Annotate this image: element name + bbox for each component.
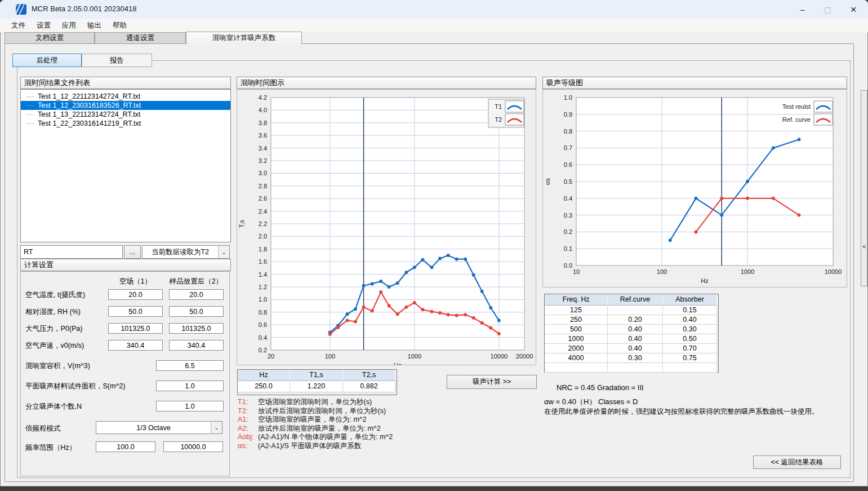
definition-line: αs:(A2-A1)/S 平面吸声体的吸声系数 <box>238 442 393 451</box>
svg-text:2.8: 2.8 <box>259 183 267 189</box>
menu-output[interactable]: 输出 <box>82 20 107 32</box>
tab-channel-settings[interactable]: 通道设置 <box>95 32 186 43</box>
subtab-report[interactable]: 报告 <box>82 54 152 67</box>
field-label-sound-speed: 空气声速，v0(m/s) <box>25 341 84 351</box>
table-row[interactable]: 1000 0.40 0.50 <box>545 334 718 344</box>
rt-chart-panel-header: 混响时间图示 <box>237 77 536 89</box>
definition-line: Aobj:(A2-A1)/N 单个物体的吸声量，单位为: m^2 <box>238 433 393 442</box>
definition-text: 空场混响室的吸声量，单位为: m^2 <box>258 415 367 423</box>
file-name: Test 1_12_230316183526_RT.txt <box>38 101 141 110</box>
cell-abs: 0.15 <box>663 306 717 315</box>
cell-freq: 500 <box>545 325 608 334</box>
freq-min-input[interactable]: 100.0 <box>96 441 155 452</box>
temperature-input-2[interactable]: 20.0 <box>169 289 224 300</box>
collapse-panel-handle[interactable]: < <box>861 90 867 286</box>
svg-text:Test reulst: Test reulst <box>782 103 811 110</box>
column-header-empty-room: 空场（1） <box>108 277 163 286</box>
svg-text:Hz: Hz <box>394 362 401 365</box>
back-to-results-button[interactable]: << 返回结果表格 <box>753 455 841 469</box>
table-row[interactable]: 4000 0.30 0.75 <box>545 353 718 363</box>
room-volume-input[interactable]: 6.5 <box>156 360 224 371</box>
svg-text:0.9: 0.9 <box>564 111 572 118</box>
window-title: MCR Beta 2.05.0.001 20230418 <box>32 5 136 13</box>
menu-file[interactable]: 文件 <box>6 20 31 32</box>
minimize-button[interactable]: – <box>790 0 816 19</box>
svg-text:100: 100 <box>325 353 335 360</box>
sound-speed-input-1[interactable]: 340.4 <box>108 340 163 351</box>
grade-header-freq: Freq. Hz <box>545 294 608 306</box>
freq-max-input[interactable]: 10000.0 <box>163 441 223 452</box>
temperature-input-1[interactable]: 20.0 <box>108 289 163 300</box>
menu-help[interactable]: 帮助 <box>107 20 132 32</box>
cell-freq: 4000 <box>545 353 608 363</box>
table-cell-hz[interactable]: 250.0 <box>238 381 290 392</box>
svg-text:10: 10 <box>573 268 580 275</box>
humidity-input-2[interactable]: 50.0 <box>169 306 224 317</box>
combo-value: 1/3 Octave <box>96 424 211 432</box>
close-button[interactable]: ✕ <box>840 0 866 19</box>
field-label-absorber-count: 分立吸声体个数,N <box>25 402 82 412</box>
table-cell-t1[interactable]: 1.220 <box>290 381 343 392</box>
table-row[interactable]: 125 0.15 <box>545 306 718 315</box>
data-read-combobox[interactable]: 当前数据读取为T2 ⌄ <box>142 245 230 259</box>
svg-text:T,s: T,s <box>238 219 245 228</box>
menu-settings[interactable]: 设置 <box>31 20 56 32</box>
maximize-button[interactable]: ▢ <box>814 0 840 19</box>
svg-text:2.4: 2.4 <box>259 208 267 215</box>
cell-abs: 0.70 <box>663 344 717 353</box>
humidity-input-1[interactable]: 50.0 <box>108 306 163 317</box>
cell-abs: 0.40 <box>663 315 717 325</box>
svg-text:2.0: 2.0 <box>259 233 267 240</box>
svg-text:1.0: 1.0 <box>564 94 572 101</box>
svg-text:Hz: Hz <box>701 277 708 284</box>
definition-line: A2:放试件后混响室的吸声量，单位为: m^2 <box>238 424 393 434</box>
octave-mode-combobox[interactable]: 1/3 Octave ⌄ <box>96 421 222 434</box>
menu-application[interactable]: 应用 <box>56 20 82 32</box>
tab-document-settings[interactable]: 文档设置 <box>5 32 95 43</box>
pressure-input-1[interactable]: 101325.0 <box>108 323 163 334</box>
absorption-calc-button[interactable]: 吸声计算 >> <box>447 375 537 389</box>
svg-text:10000: 10000 <box>491 353 508 360</box>
menu-bar: 文件 设置 应用 输出 帮助 <box>0 19 868 32</box>
table-row[interactable]: 2000 0.40 0.70 <box>545 344 718 353</box>
table-cell-t2[interactable]: 0.882 <box>343 381 395 392</box>
svg-text:3.2: 3.2 <box>259 157 267 164</box>
absorber-count-input[interactable]: 1.0 <box>156 401 224 412</box>
svg-text:T1: T1 <box>495 103 502 110</box>
svg-text:4.0: 4.0 <box>259 107 267 113</box>
definition-line: T1:空场混响室的混响时间，单位为秒(s) <box>238 398 393 407</box>
absorption-grade-chart: 0.00.10.20.30.40.50.60.70.80.91.01010010… <box>543 90 847 287</box>
chevron-down-icon[interactable]: ⌄ <box>218 246 229 258</box>
svg-text:0.1: 0.1 <box>564 245 572 252</box>
file-list: Test 1_12_221123142724_RT.txt Test 1_12_… <box>20 89 231 242</box>
grade-chart-panel: 0.00.10.20.30.40.50.60.70.80.91.01010010… <box>542 89 847 287</box>
field-label-pressure: 大气压力，P0(Pa) <box>25 324 82 334</box>
rt-suffix-input[interactable]: RT <box>20 245 123 259</box>
table-row[interactable]: 250 0.20 0.40 <box>545 315 718 325</box>
app-logo-icon <box>16 4 26 15</box>
definition-text: 放试件后混响室的混响时间，单位为秒(s) <box>258 407 386 415</box>
field-label-temperature: 空气温度, t(摄氏度) <box>25 290 85 300</box>
rt-chart-panel: 0.20.40.60.81.01.21.41.61.82.02.22.42.62… <box>237 89 536 365</box>
sound-speed-input-2[interactable]: 340.4 <box>169 340 224 351</box>
svg-text:1.6: 1.6 <box>259 258 267 265</box>
svg-text:1.8: 1.8 <box>259 246 267 253</box>
cell-ref: 0.30 <box>608 353 663 363</box>
aw-result-text: αw = 0.40（H） Classes = D <box>544 397 638 407</box>
list-item[interactable]: Test 1_22_230316141219_RT.txt <box>21 119 230 128</box>
list-item-selected[interactable]: Test 1_12_230316183526_RT.txt <box>21 101 230 110</box>
pressure-input-2[interactable]: 101325.0 <box>169 323 224 334</box>
list-item[interactable]: Test 1_12_221123142724_RT.txt <box>21 92 230 101</box>
table-header-t1: T1,s <box>290 370 343 381</box>
browse-button[interactable]: ... <box>124 245 141 259</box>
cell-abs: 0.75 <box>663 353 717 363</box>
cell-freq: 2000 <box>545 344 608 353</box>
tab-reverb-room-absorption[interactable]: 混响室计算吸声系数 <box>186 32 302 44</box>
sample-area-input[interactable]: 1.0 <box>156 381 224 391</box>
chevron-down-icon[interactable]: ⌄ <box>211 422 222 434</box>
subtab-postprocess[interactable]: 后处理 <box>12 54 82 67</box>
grade-chart-panel-header: 吸声等级图 <box>542 77 847 89</box>
list-item[interactable]: Test 1_13_221123142724_RT.txt <box>21 110 230 119</box>
definition-key: Aobj: <box>238 433 258 442</box>
table-row[interactable]: 500 0.40 0.30 <box>545 325 718 334</box>
